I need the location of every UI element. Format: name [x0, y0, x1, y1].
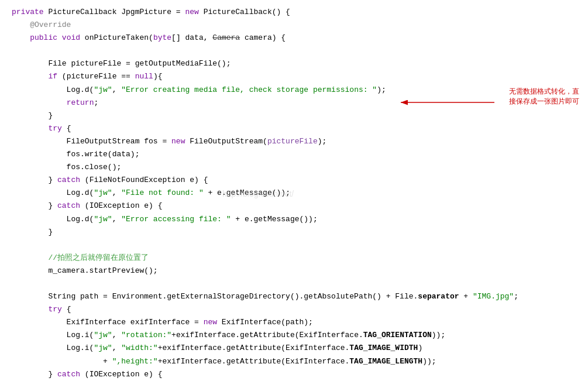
code-line-6: if (pictureFile == null){: [12, 70, 576, 83]
code-line-26: Log.i("jw", "rotation:"+exifInterface.ge…: [12, 329, 576, 342]
code-line-4: [12, 44, 576, 57]
annotation-bubble: 无需数据格式转化，直接保存成一张图片即可: [509, 87, 585, 107]
code-line-15: Log.d("jw", "File not found: " + e.getMe…: [12, 187, 576, 200]
code-line-20: //拍照之后就停留在原位置了: [12, 252, 576, 265]
code-line-3: public void onPictureTaken(byte[] data, …: [12, 32, 576, 44]
code-line-16: } catch (IOException e) {: [12, 200, 576, 212]
code-line-12: fos.write(data);: [12, 148, 576, 161]
annotation-arrow: [395, 94, 512, 117]
code-line-24: try {: [12, 303, 576, 316]
code-line-1: private PictureCallback JpgmPicture = ne…: [12, 6, 576, 19]
code-line-28: + ",height:"+exifInterface.getAttribute(…: [12, 355, 576, 368]
code-line-27: Log.i("jw", "width:"+exifInterface.getAt…: [12, 342, 576, 355]
code-line-5: File pictureFile = getOutputMediaFile();: [12, 57, 576, 70]
code-line-10: try {: [12, 122, 576, 135]
code-line-19: [12, 239, 576, 252]
code-line-2: @Override: [12, 19, 576, 32]
code-line-13: fos.close();: [12, 161, 576, 174]
annotation-text: 无需数据格式转化，直接保存成一张图片即可: [509, 87, 579, 105]
code-line-11: FileOutputStream fos = new FileOutputStr…: [12, 135, 576, 148]
code-line-25: ExifInterface exifInterface = new ExifIn…: [12, 316, 576, 329]
code-line-29: } catch (IOException e) {: [12, 368, 576, 381]
code-container: 无需数据格式转化，直接保存成一张图片即可 http://blog.csdn.ne…: [0, 0, 588, 381]
code-line-18: }: [12, 226, 576, 239]
code-line-14: } catch (FileNotFoundException e) {: [12, 174, 576, 187]
code-line-21: m_camera.startPreview();: [12, 265, 576, 277]
code-line-17: Log.d("jw", "Error accessing file: " + e…: [12, 213, 576, 226]
code-line-23: String path = Environment.getExternalSto…: [12, 290, 576, 303]
code-line-22: [12, 277, 576, 290]
